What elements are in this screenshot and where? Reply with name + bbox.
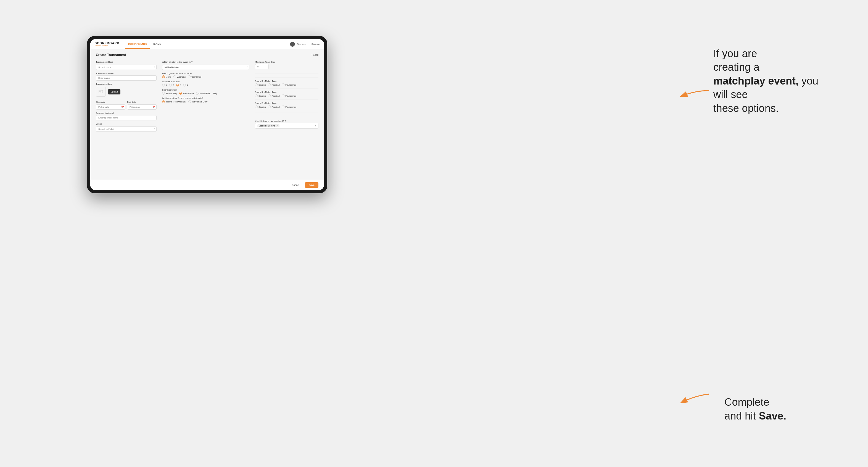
tournament-host-input[interactable]	[96, 65, 157, 70]
nav-right: Test User | Sign out	[290, 42, 319, 47]
end-date-label: End date	[127, 101, 136, 103]
avatar	[290, 42, 295, 47]
api-tag: Leaderboard King ✕	[257, 124, 279, 127]
end-date-input[interactable]	[127, 104, 157, 110]
r3-fourball[interactable]: Fourball	[268, 105, 279, 108]
page-header: Create Tournament ‹ Back	[96, 53, 318, 57]
round1-match-type: Singles Fourball Foursomes	[255, 84, 318, 86]
gender-radio-group: Mens Womens Combined	[162, 75, 249, 78]
r2-foursomes[interactable]: Foursomes	[282, 94, 296, 97]
logo-placeholder-icon	[96, 87, 106, 97]
teams-option[interactable]: Teams (+Individuals)	[162, 100, 186, 103]
round-2[interactable]: 2	[169, 84, 174, 87]
rounds-group: Number of rounds 1 2	[162, 81, 249, 87]
max-team-size-label: Maximum Team Size	[255, 61, 318, 63]
logo-upload-area: Upload	[96, 87, 157, 97]
arrow-save-icon	[679, 390, 712, 408]
nav-tab-tournaments[interactable]: TOURNAMENTS	[125, 39, 150, 49]
radio-r1-foursomes	[282, 84, 284, 86]
r2-singles[interactable]: Singles	[255, 94, 266, 97]
rounds-label: Number of rounds	[162, 81, 249, 83]
form-footer: Cancel Save	[90, 180, 324, 190]
cancel-button[interactable]: Cancel	[288, 182, 303, 188]
round2-label: Round 2 - Match Type	[255, 91, 318, 93]
radio-medal	[196, 92, 198, 95]
gender-group: Which gender is the event for? Mens Wome…	[162, 72, 249, 78]
tournament-logo-group: Tournament logo Upload	[96, 83, 157, 97]
sponsor-input[interactable]	[96, 115, 157, 120]
r3-singles[interactable]: Singles	[255, 105, 266, 108]
r1-fourball[interactable]: Fourball	[268, 84, 279, 86]
max-team-size-group: Maximum Team Size	[255, 61, 318, 69]
middle-column: Which division is the event for? NCAA Di…	[162, 61, 249, 132]
gender-womens[interactable]: Womens	[174, 75, 186, 78]
api-section: Use third-party live scoring API? Leader…	[255, 118, 318, 129]
navbar: SCOREBOARD Powered by clippit TOURNAMENT…	[90, 39, 324, 49]
right-column: Maximum Team Size Round 1 - Match Type S…	[255, 61, 318, 132]
scoring-medal[interactable]: Medal Match Play	[196, 92, 217, 95]
radio-r2-singles	[255, 94, 258, 97]
radio-r4	[183, 84, 186, 87]
radio-r1	[162, 84, 165, 87]
form-layout: Tournament Host ▾ Tournament name Tourna	[96, 61, 318, 132]
logo-area: SCOREBOARD Powered by clippit	[95, 42, 119, 46]
radio-stroke	[162, 92, 165, 95]
tournament-host-group: Tournament Host ▾	[96, 61, 157, 70]
radio-individuals	[188, 100, 191, 103]
radio-r1-fourball	[268, 84, 271, 86]
start-date-label: Start date	[96, 101, 105, 103]
radio-match	[179, 92, 182, 95]
round-1[interactable]: 1	[162, 84, 167, 87]
individuals-option[interactable]: Individuals Only	[188, 100, 208, 103]
r3-foursomes[interactable]: Foursomes	[282, 105, 296, 108]
back-button[interactable]: ‹ Back	[311, 54, 318, 56]
scoring-label: Scoring system	[162, 89, 249, 91]
sign-out-link[interactable]: Sign out	[312, 43, 319, 45]
radio-womens-circle	[174, 75, 176, 78]
gender-label: Which gender is the event for?	[162, 72, 249, 74]
save-button[interactable]: Save	[305, 182, 318, 188]
round-3[interactable]: 3	[176, 84, 181, 87]
division-label: Which division is the event for?	[162, 61, 249, 63]
logo-subtitle: Powered by clippit	[95, 45, 119, 46]
calendar-icon: 📅	[121, 105, 124, 108]
tournament-name-input[interactable]	[96, 75, 157, 81]
date-group: Start date 📅 End date	[96, 99, 157, 110]
nav-tab-teams[interactable]: TEAMS	[150, 39, 164, 49]
radio-r2	[169, 84, 172, 87]
radio-r3-foursomes	[282, 105, 284, 108]
app-logo: SCOREBOARD	[95, 42, 119, 45]
r2-fourball[interactable]: Fourball	[268, 94, 279, 97]
max-team-size-input[interactable]	[255, 64, 269, 69]
tournament-logo-label: Tournament logo	[96, 83, 157, 85]
divider-2	[255, 112, 318, 113]
start-date-input[interactable]	[96, 104, 125, 110]
teams-radio-group: Teams (+Individuals) Individuals Only	[162, 100, 249, 103]
arrow-matchplay-icon	[679, 88, 712, 103]
scoring-stroke[interactable]: Stroke Play	[162, 92, 177, 95]
r1-singles[interactable]: Singles	[255, 84, 266, 86]
radio-combined-circle	[188, 75, 191, 78]
round1-label: Round 1 - Match Type	[255, 80, 318, 82]
venue-input[interactable]	[96, 126, 157, 132]
round3-section: Round 3 - Match Type Singles Fourball	[255, 99, 318, 108]
r1-foursomes[interactable]: Foursomes	[282, 84, 296, 86]
api-tag-remove[interactable]: ✕	[276, 125, 278, 127]
divider-1	[255, 73, 318, 73]
sponsor-group: Sponsor (optional)	[96, 112, 157, 120]
upload-button[interactable]: Upload	[108, 89, 120, 94]
calendar-icon-2: 📅	[152, 105, 155, 108]
round-4[interactable]: 4	[183, 84, 188, 87]
radio-r1-singles	[255, 84, 258, 86]
tournament-name-label: Tournament name	[96, 72, 157, 74]
division-select[interactable]: NCAA Division I	[162, 65, 249, 70]
gender-combined[interactable]: Combined	[188, 75, 201, 78]
tablet-frame: SCOREBOARD Powered by clippit TOURNAMENT…	[87, 36, 327, 193]
api-select[interactable]: Leaderboard King ✕ ▾	[255, 123, 318, 129]
scoring-match[interactable]: Match Play	[179, 92, 194, 95]
gender-mens[interactable]: Mens	[162, 75, 171, 78]
teams-label: Is this event for Teams and/or Individua…	[162, 97, 249, 99]
radio-mens-circle	[162, 75, 165, 78]
teams-group: Is this event for Teams and/or Individua…	[162, 97, 249, 103]
left-column: Tournament Host ▾ Tournament name Tourna	[96, 61, 157, 132]
